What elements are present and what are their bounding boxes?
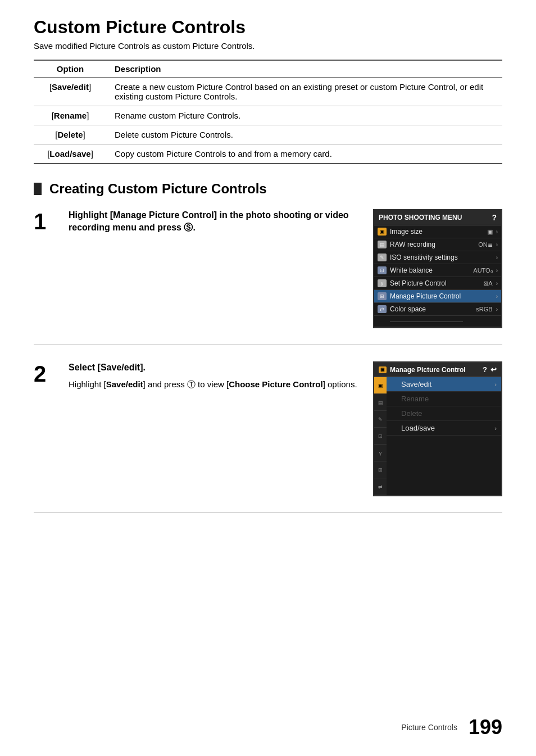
menu-item-value: ⊠A [483, 280, 492, 287]
menu-icon-bracket: ⊡ [378, 266, 387, 274]
manage-menu-header: ▣ Manage Picture Control ?↩ [374, 363, 501, 377]
menu-item-label: RAW recording [390, 241, 475, 248]
camera-menu-item: ⊞ Manage Picture Control › [374, 290, 501, 303]
menu-icon-pencil: ✎ [378, 253, 387, 261]
step-image: ▣ Manage Picture Control ?↩ ▣▤✎⊡γ⊞⇄ Save… [373, 361, 502, 496]
camera-menu-item: ⊡ White balance AUTO₀ › [374, 264, 501, 277]
step-content: Highlight [Manage Picture Control] in th… [69, 209, 360, 239]
table-header-option: Option [34, 60, 107, 78]
menu-arrow: › [496, 293, 498, 300]
manage-item-arrow: › [494, 381, 497, 388]
menu-item-label: Color space [390, 305, 473, 313]
manage-menu-icon-gamma: γ [374, 445, 387, 461]
section-icon [34, 183, 42, 195]
manage-menu-icon-pencil: ✎ [374, 411, 387, 428]
page-footer: Picture Controls 199 [401, 716, 502, 739]
step-2: 2Select [Save/edit].Highlight [Save/edit… [34, 361, 502, 513]
section-heading: Creating Custom Picture Controls [34, 181, 502, 197]
table-row: [Rename] Rename custom Picture Controls. [34, 106, 502, 125]
section-heading-text: Creating Custom Picture Controls [49, 181, 267, 197]
manage-menu-header-icons: ▣ [379, 366, 387, 373]
camera-menu-item: ▤ RAW recording ON≣ › [374, 238, 501, 251]
table-header-description: Description [107, 60, 502, 78]
menu-icon-custom: ⊞ [378, 292, 387, 300]
page-subtitle: Save modified Picture Controls as custom… [34, 41, 502, 51]
table-row: [Delete] Delete custom Picture Controls. [34, 125, 502, 144]
step-image: PHOTO SHOOTING MENU? ▣ Image size ▣ › ▤ … [373, 209, 502, 328]
table-cell-description: Create a new custom Picture Control base… [107, 78, 502, 106]
manage-menu: ▣ Manage Picture Control ?↩ ▣▤✎⊡γ⊞⇄ Save… [373, 361, 502, 496]
menu-item-label: Image size [390, 228, 484, 236]
manage-menu-item: Save/edit › [387, 377, 501, 392]
table-cell-option: [Load/save] [34, 144, 107, 164]
step-title: Select [Save/edit]. [69, 361, 360, 374]
menu-arrow: › [496, 280, 498, 287]
menu-arrow: › [496, 306, 498, 313]
page-number: 199 [469, 716, 502, 739]
camera-menu: PHOTO SHOOTING MENU? ▣ Image size ▣ › ▤ … [373, 209, 502, 328]
manage-menu-icon-arrows: ⇄ [374, 478, 387, 495]
table-row: [Save/edit] Create a new custom Picture … [34, 78, 502, 106]
manage-item-arrow: › [494, 425, 497, 432]
step-description: Highlight [Save/edit] and press Ⓣ to vie… [69, 378, 360, 391]
step-content: Select [Save/edit].Highlight [Save/edit]… [69, 361, 360, 391]
table-cell-option: [Rename] [34, 106, 107, 125]
menu-item-value: AUTO₀ [473, 267, 492, 274]
camera-menu-header: PHOTO SHOOTING MENU? [374, 210, 501, 225]
camera-menu-item: ⇄ Color space sRGB › [374, 303, 501, 316]
menu-item-value: ▣ [487, 228, 493, 236]
footer-label: Picture Controls [401, 723, 457, 732]
camera-menu-item: γ Set Picture Control ⊠A › [374, 277, 501, 290]
menu-item-value: ON≣ [478, 241, 493, 248]
table-cell-option: [Delete] [34, 125, 107, 144]
table-cell-option: [Save/edit] [34, 78, 107, 106]
manage-item-label: Load/save [401, 424, 494, 432]
menu-icon-film: ▤ [378, 241, 387, 248]
page-title: Custom Picture Controls [34, 17, 502, 38]
manage-menu-icon-bracket: ⊡ [374, 428, 387, 445]
manage-menu-item: Load/save › [387, 421, 501, 436]
manage-menu-icon-film: ▤ [374, 394, 387, 411]
table-cell-description: Delete custom Picture Controls. [107, 125, 502, 144]
options-table: Option Description [Save/edit] Create a … [34, 60, 502, 164]
manage-item-label: Rename [401, 395, 497, 403]
manage-menu-icon-camera: ▣ [374, 377, 387, 394]
step-title: Highlight [Manage Picture Control] in th… [69, 209, 360, 234]
menu-item-label: Set Picture Control [390, 279, 480, 287]
menu-item-label: Manage Picture Control [390, 292, 489, 300]
table-cell-description: Rename custom Picture Controls. [107, 106, 502, 125]
menu-arrow: › [496, 229, 498, 235]
manage-menu-item: Delete [387, 406, 501, 421]
menu-item-label: ISO sensitivity settings [390, 253, 489, 261]
manage-menu-item: Rename [387, 392, 501, 406]
menu-arrow: › [496, 268, 498, 274]
table-row: [Load/save] Copy custom Picture Controls… [34, 144, 502, 164]
table-cell-description: Copy custom Picture Controls to and from… [107, 144, 502, 164]
step-number: 1 [34, 210, 55, 233]
menu-item-label: White balance [390, 266, 470, 274]
menu-icon-camera: ▣ [378, 228, 387, 236]
menu-icon-gamma: γ [378, 279, 387, 287]
menu-item-value: sRGB [476, 306, 492, 313]
manage-item-label: Save/edit [401, 380, 494, 388]
menu-arrow: › [496, 255, 498, 261]
step-number: 2 [34, 363, 55, 385]
step-1: 1Highlight [Manage Picture Control] in t… [34, 209, 502, 345]
menu-arrow: › [496, 242, 498, 248]
menu-icon-arrows: ⇄ [378, 305, 387, 313]
manage-item-label: Delete [401, 409, 497, 418]
camera-menu-item: ▣ Image size ▣ › [374, 225, 501, 238]
manage-menu-icon-custom: ⊞ [374, 461, 387, 478]
camera-menu-item: ✎ ISO sensitivity settings › [374, 251, 501, 264]
